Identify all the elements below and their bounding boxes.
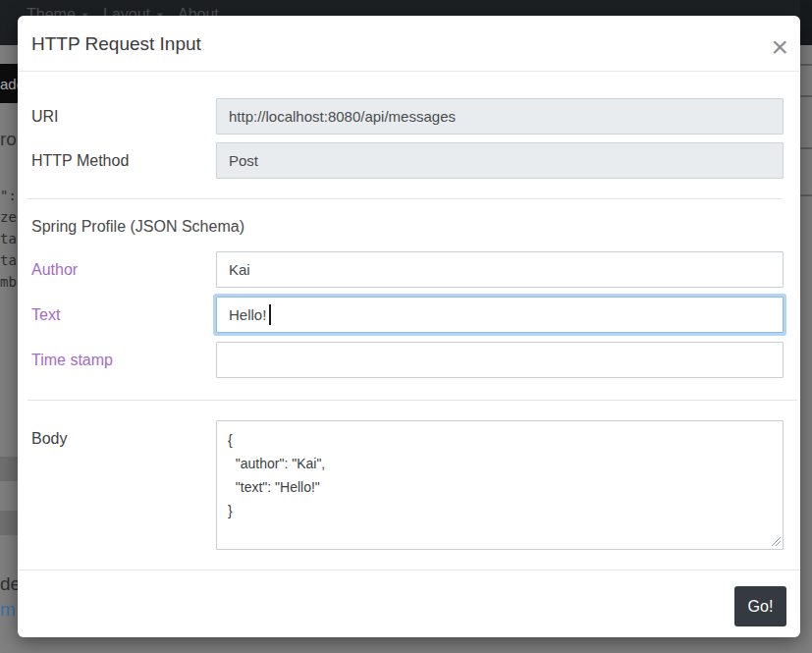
author-row: Author (18, 251, 800, 288)
schema-section-heading: Spring Profile (JSON Schema) (31, 218, 244, 236)
code-line: ta (0, 252, 17, 268)
code-line: mb (0, 274, 17, 290)
divider (27, 400, 797, 401)
divider (27, 198, 782, 199)
dialog-title: HTTP Request Input (31, 33, 201, 55)
body-label: Body (31, 420, 208, 457)
background-right-navbar (800, 0, 812, 45)
resize-handle-icon[interactable] (771, 536, 782, 547)
http-method-label: HTTP Method (31, 142, 208, 179)
table-row-divider (800, 147, 812, 149)
dialog-header: HTTP Request Input × (18, 16, 800, 72)
uri-label: URI (31, 98, 208, 135)
table-row-divider (800, 64, 812, 66)
timestamp-row: Time stamp (18, 342, 800, 378)
table-row-divider (800, 194, 812, 196)
text-input[interactable] (216, 297, 784, 333)
background-table-row (0, 457, 18, 481)
background-code-fragment: ":zetatamb (0, 185, 18, 293)
http-method-row: HTTP Method (18, 142, 800, 179)
author-label: Author (31, 251, 208, 288)
table-row-divider (800, 95, 812, 97)
background-header-fragment: ade (0, 64, 18, 103)
text-cursor (269, 304, 271, 325)
go-button[interactable]: Go! (734, 586, 786, 626)
code-line: ta (0, 231, 17, 246)
body-textarea[interactable]: { "author": "Kai", "text": "Hello!" } (216, 420, 784, 550)
background-table-row (0, 511, 18, 535)
timestamp-input[interactable] (216, 342, 784, 378)
text-row: Text (18, 297, 800, 333)
http-request-input-dialog: HTTP Request Input × URI HTTP Method Spr… (18, 16, 800, 637)
author-input[interactable] (216, 251, 784, 288)
header-fragment-text: ade (0, 76, 18, 92)
body-field-wrapper: { "author": "Kai", "text": "Hello!" } (216, 420, 784, 550)
text-label: Text (31, 297, 208, 333)
code-line: ze (0, 209, 17, 225)
uri-row: URI (18, 98, 800, 135)
code-line: ": (0, 188, 17, 203)
uri-field (216, 98, 784, 135)
timestamp-label: Time stamp (31, 342, 208, 378)
background-right-table (800, 0, 812, 653)
close-icon[interactable]: × (771, 35, 788, 59)
http-method-field (216, 142, 784, 179)
background-text-fragment: ro (0, 129, 17, 150)
background-link-fragment: m (0, 599, 16, 621)
footer-divider (18, 570, 800, 571)
